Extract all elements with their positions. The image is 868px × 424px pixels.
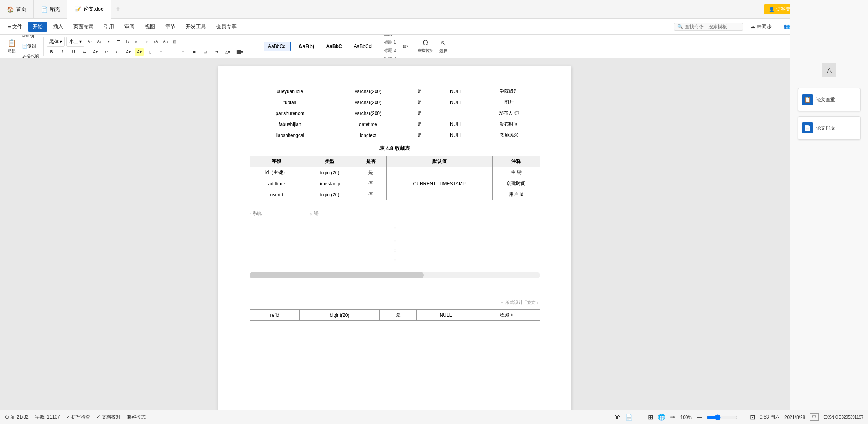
- menu-dev[interactable]: 开发工具: [181, 22, 211, 32]
- cell-field: userid: [250, 189, 303, 200]
- toolbar: 📋 粘贴 ✂ 剪切 📄 复制 🖌 格式刷 黑体 ▾ 小二 ▾ A↑ A↓ ✦: [0, 35, 868, 58]
- style-label-h2: 标题 2: [381, 47, 398, 54]
- paper-format-button[interactable]: 📄 论文排版: [798, 116, 861, 140]
- tab-cao[interactable]: 📄 稻壳: [34, 0, 67, 19]
- menu-start[interactable]: 开始: [28, 22, 47, 32]
- style-heading1[interactable]: AaBb(: [294, 41, 319, 51]
- table-row: parishurenom varchar(200) 是 发布人 ◎: [250, 108, 540, 119]
- shape-button[interactable]: △▾: [222, 48, 232, 56]
- zoom-slider[interactable]: [706, 414, 738, 420]
- more2-button[interactable]: ⋯: [247, 48, 256, 56]
- cell-nullable: 是: [406, 130, 434, 141]
- style-heading2[interactable]: AaBbC: [322, 42, 346, 51]
- font-shrink-button[interactable]: A↓: [95, 39, 103, 45]
- align-center-button[interactable]: ☰: [168, 48, 177, 56]
- font-family-dropdown[interactable]: 黑体 ▾: [47, 37, 65, 47]
- chevron-down-icon2: ▾: [79, 39, 82, 44]
- font-color2-button[interactable]: A▾: [124, 48, 133, 56]
- search-input[interactable]: [685, 24, 740, 29]
- paste-button[interactable]: 📋 粘贴: [5, 37, 19, 55]
- highlight-button[interactable]: A▾: [135, 48, 144, 56]
- copy-button[interactable]: 📄 复制: [20, 42, 42, 51]
- bold-button[interactable]: B: [47, 48, 56, 56]
- eye-icon[interactable]: 👁: [614, 414, 620, 421]
- select-button[interactable]: ↖ 选择: [436, 37, 450, 55]
- strikethrough-button[interactable]: S̶: [80, 48, 89, 56]
- cell-refid: refid: [250, 310, 300, 321]
- cell-nullable: 是: [356, 167, 386, 178]
- numbering-button[interactable]: 1≡: [124, 39, 131, 45]
- superscript-button[interactable]: x²: [102, 48, 111, 56]
- cell-default: [434, 108, 478, 119]
- menu-review[interactable]: 审阅: [120, 22, 139, 32]
- format-button[interactable]: 🖌 格式刷: [20, 51, 42, 58]
- text-colon-2: ：: [250, 236, 540, 245]
- tab-home[interactable]: 🏠 首页: [0, 0, 34, 19]
- cut-button[interactable]: ✂ 剪切: [20, 35, 42, 41]
- menu-member[interactable]: 会员专享: [212, 22, 241, 32]
- menu-view[interactable]: 视图: [140, 22, 160, 32]
- input-method[interactable]: 中: [810, 413, 819, 421]
- col-field: 字段: [250, 156, 303, 167]
- font-color-button[interactable]: A▾: [91, 48, 100, 56]
- zoom-label: 100%: [680, 415, 692, 420]
- font-grow-button[interactable]: A↑: [86, 39, 94, 45]
- fullscreen-icon[interactable]: ⊡: [750, 413, 755, 421]
- cell-default: [386, 167, 492, 178]
- list-button[interactable]: ☰: [114, 39, 122, 45]
- menu-file[interactable]: ≡ 文件: [3, 22, 27, 32]
- menu-insert[interactable]: 插入: [48, 22, 68, 32]
- cell-field: parishurenom: [250, 108, 330, 119]
- style-normal[interactable]: AaBbCcI: [264, 42, 291, 51]
- cell-type: bigint(20): [303, 189, 356, 200]
- cell-type: bigint(20): [303, 167, 356, 178]
- statusbar-right: 👁 📄 ☰ ⊞ 🌐 ✏ 100% — + ⊡ 9:53 周六 2021/8/28…: [614, 413, 863, 421]
- tab-doc[interactable]: 📝 论文.doc: [67, 0, 111, 19]
- cell-default: CURRENT_TIMESTAMP: [386, 178, 492, 189]
- border-button[interactable]: ⊞: [171, 39, 179, 45]
- justify-button[interactable]: ≣: [190, 48, 199, 56]
- doc-check[interactable]: ✓ 文档校对: [97, 414, 120, 420]
- menu-chapter[interactable]: 章节: [160, 22, 180, 32]
- special-font-button[interactable]: ✦: [105, 39, 113, 45]
- cell-nullable: 是: [406, 108, 434, 119]
- more1-button[interactable]: ⋯: [180, 39, 188, 45]
- styles-more-button[interactable]: ⊟▾: [401, 42, 410, 50]
- textbox-button[interactable]: ⌷: [146, 48, 155, 56]
- compat-mode: 兼容模式: [127, 414, 146, 420]
- char-spacing-button[interactable]: Aa: [161, 39, 169, 45]
- spell-check[interactable]: ✓ 拼写检查: [66, 414, 90, 420]
- scroll-top-button[interactable]: △: [822, 63, 836, 77]
- underline-button[interactable]: U: [69, 48, 78, 56]
- page-view-icon[interactable]: 📄: [625, 413, 633, 421]
- text-format-button[interactable]: Ω 查找替换: [415, 37, 436, 55]
- line-spacing-button[interactable]: ↕▾: [212, 48, 221, 56]
- inline-scrollbar-thumb[interactable]: [250, 272, 424, 278]
- table-border-button[interactable]: ⊟: [201, 48, 210, 56]
- menubar: ≡ 文件 开始 插入 页面布局 引用 审阅 视图 章节 开发工具 会员专享 🔍 …: [0, 19, 868, 35]
- align-right-button[interactable]: ≡: [179, 48, 188, 56]
- align-left-button[interactable]: ≡: [157, 48, 166, 56]
- menu-ref[interactable]: 引用: [99, 22, 119, 32]
- add-tab-button[interactable]: +: [111, 0, 125, 19]
- font-size-dropdown[interactable]: 小二 ▾: [66, 37, 84, 47]
- paper-check-button[interactable]: 📋 论文查重: [798, 88, 861, 111]
- outline-view-icon[interactable]: ☰: [638, 413, 643, 421]
- style-heading3[interactable]: AaBbCcI: [350, 42, 377, 51]
- inline-scrollbar[interactable]: [250, 272, 540, 278]
- multipage-icon[interactable]: ⊞: [648, 413, 653, 421]
- zoom-out-icon[interactable]: —: [697, 415, 702, 420]
- col-comment: 注释: [492, 156, 540, 167]
- search-box[interactable]: 🔍: [674, 23, 743, 31]
- subscript-button[interactable]: x₂: [113, 48, 122, 56]
- indent-decrease-button[interactable]: ⇤: [133, 39, 141, 45]
- zoom-in-icon[interactable]: +: [742, 415, 745, 420]
- pen-icon[interactable]: ✏: [670, 413, 675, 421]
- sync-button[interactable]: ☁ 未同步: [746, 22, 777, 32]
- sort-button[interactable]: ↕A: [152, 39, 160, 45]
- italic-button[interactable]: I: [58, 48, 67, 56]
- web-view-icon[interactable]: 🌐: [658, 413, 666, 421]
- fill-button[interactable]: ⬛▾: [234, 48, 245, 56]
- menu-layout[interactable]: 页面布局: [69, 22, 98, 32]
- indent-increase-button[interactable]: ⇥: [142, 39, 150, 45]
